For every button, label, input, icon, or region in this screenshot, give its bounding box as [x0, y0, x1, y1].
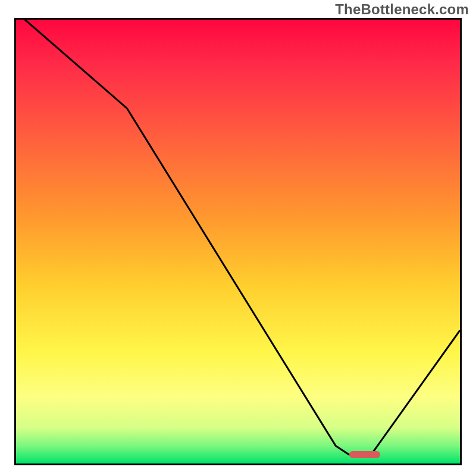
plot-area: [14, 18, 462, 465]
watermark-text: TheBottleneck.com: [335, 1, 469, 18]
optimal-range-marker: [349, 451, 380, 458]
chart-container: TheBottleneck.com: [0, 0, 476, 476]
background-gradient: [16, 20, 460, 464]
